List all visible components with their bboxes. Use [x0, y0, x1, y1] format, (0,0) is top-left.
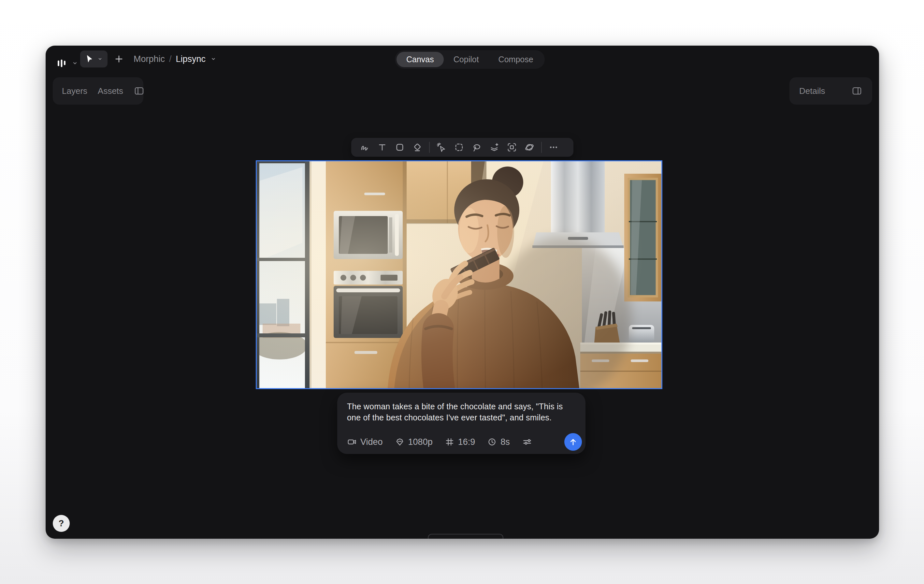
prompt-composer: The woman takes a bite of the chocolate …: [337, 393, 586, 454]
chip-label: 8s: [500, 437, 510, 447]
chip-label: Video: [360, 437, 383, 447]
toolbar-divider: [429, 142, 430, 153]
canvas-image-woman-eating-chocolate[interactable]: [256, 160, 662, 389]
arrow-up-icon: [568, 437, 578, 447]
marquee-select-tool-icon[interactable]: [450, 138, 468, 157]
advanced-settings-button[interactable]: [522, 437, 532, 447]
chevron-down-icon[interactable]: [210, 55, 217, 63]
panel-tab-assets[interactable]: Assets: [98, 86, 123, 96]
tab-compose[interactable]: Compose: [489, 52, 543, 67]
collapse-left-panel-button[interactable]: [134, 86, 145, 96]
panel-tab-layers[interactable]: Layers: [62, 86, 87, 96]
plus-icon: [114, 54, 124, 64]
duration-clock-icon: [487, 437, 497, 447]
tab-copilot[interactable]: Copilot: [444, 52, 489, 67]
chip-label: 1080p: [408, 437, 433, 447]
chip-label: 16:9: [458, 437, 475, 447]
app-window: Morphic / Lipsync Canvas Copilot Compose…: [46, 46, 879, 539]
frame-capture-tool-icon[interactable]: [503, 138, 521, 157]
morphic-logo-icon: [56, 58, 67, 69]
breadcrumb-page[interactable]: Lipsync: [176, 54, 206, 64]
breadcrumb-project[interactable]: Morphic: [134, 54, 165, 64]
select-tool-button[interactable]: [80, 51, 107, 68]
aspect-ratio-icon: [445, 437, 454, 447]
toolbar-divider: [541, 142, 542, 153]
breadcrumb-separator: /: [169, 54, 172, 64]
chevron-down-icon: [71, 59, 79, 67]
panel-label-details[interactable]: Details: [799, 86, 825, 96]
sliders-icon: [522, 437, 532, 447]
lasso-tool-icon[interactable]: [468, 138, 485, 157]
mode-tabs: Canvas Copilot Compose: [395, 50, 545, 69]
chip-output-type[interactable]: Video: [347, 437, 383, 447]
chip-resolution[interactable]: 1080p: [395, 437, 433, 447]
quality-gem-icon: [395, 437, 405, 447]
prompt-settings-row: Video 1080p 16:9 8s: [347, 437, 532, 447]
prompt-text[interactable]: The woman takes a bite of the chocolate …: [347, 401, 575, 423]
eraser-tool-icon[interactable]: [409, 138, 426, 157]
kitchen-photo: [257, 161, 662, 388]
panel-right-icon: [851, 86, 863, 96]
details-panel: Details: [789, 77, 872, 105]
panel-left-icon: [134, 86, 145, 96]
generate-submit-button[interactable]: [564, 433, 582, 451]
chip-aspect-ratio[interactable]: 16:9: [445, 437, 475, 447]
desktop-background: { "topbar": { "breadcrumb": { "project":…: [0, 0, 924, 584]
text-tool-icon[interactable]: [373, 138, 391, 157]
help-button[interactable]: ?: [53, 515, 70, 532]
canvas-toolbar: [351, 138, 573, 157]
chevron-down-icon: [97, 56, 103, 62]
app-logo-menu[interactable]: [56, 55, 79, 72]
tab-canvas[interactable]: Canvas: [396, 52, 444, 67]
shape-tool-icon[interactable]: [391, 138, 409, 157]
expand-right-panel-button[interactable]: [851, 86, 863, 96]
horizontal-scrollbar[interactable]: [428, 534, 503, 539]
magic-cursor-tool-icon[interactable]: [433, 138, 450, 157]
more-tools-icon[interactable]: [545, 138, 563, 157]
add-button[interactable]: [110, 51, 128, 68]
orbit-3d-tool-icon[interactable]: [521, 138, 538, 157]
draw-tool-icon[interactable]: [356, 138, 373, 157]
cursor-icon: [84, 54, 94, 64]
layers-assets-panel: Layers Assets: [53, 77, 144, 105]
breadcrumb: Morphic / Lipsync: [134, 51, 217, 68]
video-camera-icon: [347, 437, 357, 447]
chip-duration[interactable]: 8s: [487, 437, 510, 447]
layers-enhance-tool-icon[interactable]: [485, 138, 503, 157]
